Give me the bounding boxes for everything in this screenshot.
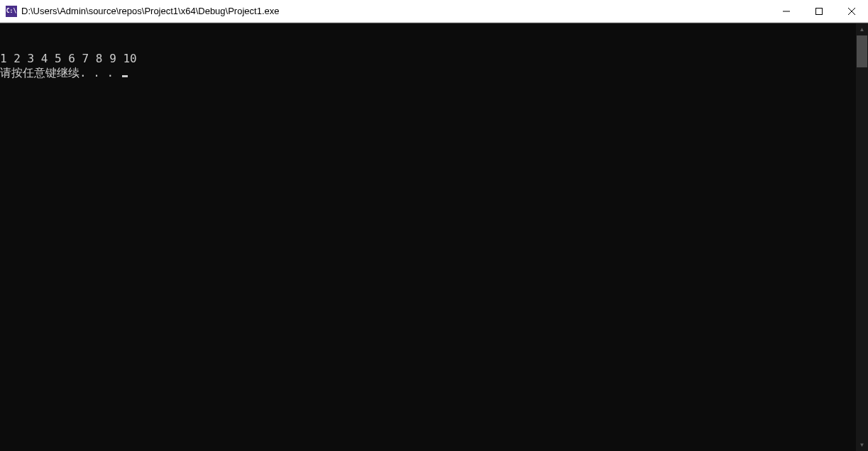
console-wrapper: 1 2 3 4 5 6 7 8 9 10请按任意键继续. . . ▲ ▼ xyxy=(0,23,868,451)
console-line-1: 1 2 3 4 5 6 7 8 9 10 xyxy=(0,52,856,66)
minimize-icon xyxy=(783,8,790,15)
scrollbar-track[interactable] xyxy=(856,35,868,439)
window-titlebar: C:\ D:\Users\Admin\source\repos\Project1… xyxy=(0,0,868,23)
console-prompt-text: 请按任意键继续. . . xyxy=(0,66,121,79)
cursor-icon xyxy=(122,75,128,77)
console-line-2: 请按任意键继续. . . xyxy=(0,66,856,80)
maximize-button[interactable] xyxy=(803,0,835,22)
close-icon xyxy=(848,8,855,15)
vertical-scrollbar[interactable]: ▲ ▼ xyxy=(856,23,868,451)
console-output[interactable]: 1 2 3 4 5 6 7 8 9 10请按任意键继续. . . xyxy=(0,23,856,451)
close-button[interactable] xyxy=(835,0,868,22)
scrollbar-down-arrow-icon[interactable]: ▼ xyxy=(856,439,868,451)
scrollbar-up-arrow-icon[interactable]: ▲ xyxy=(856,23,868,35)
window-controls xyxy=(770,0,868,22)
maximize-icon xyxy=(815,8,823,15)
minimize-button[interactable] xyxy=(770,0,803,22)
scrollbar-thumb[interactable] xyxy=(857,35,867,67)
svg-rect-1 xyxy=(816,8,823,14)
app-icon: C:\ xyxy=(6,6,17,17)
window-title: D:\Users\Admin\source\repos\Project1\x64… xyxy=(21,6,770,16)
